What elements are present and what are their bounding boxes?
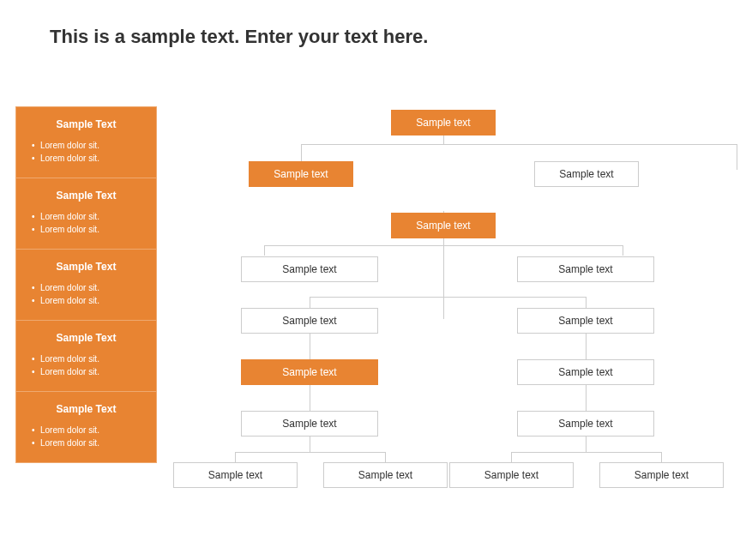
sidebar-bullet: Lorem dolor sit. <box>32 139 144 152</box>
connector <box>586 334 587 359</box>
connector <box>264 245 265 256</box>
chart-node: Sample text <box>534 161 639 187</box>
sidebar-bullet: Lorem dolor sit. <box>32 437 144 449</box>
sidebar-heading: Sample Text <box>28 332 144 344</box>
connector <box>623 245 623 256</box>
chart-node: Sample text <box>599 462 724 488</box>
connector <box>511 452 661 453</box>
chart-node: Sample text <box>241 359 378 385</box>
sidebar-bullet: Lorem dolor sit. <box>32 294 144 307</box>
sidebar-bullet: Lorem dolor sit. <box>32 365 144 378</box>
chart-node: Sample text <box>517 359 654 385</box>
connector <box>235 452 236 462</box>
connector <box>310 385 310 411</box>
sidebar-bullet: Lorem dolor sit. <box>32 223 144 236</box>
chart-node: Sample text <box>449 462 574 488</box>
sidebar-bullet: Lorem dolor sit. <box>32 352 144 365</box>
connector <box>586 297 587 308</box>
connector <box>310 334 310 359</box>
connector <box>235 452 385 453</box>
connector <box>443 135 444 144</box>
sidebar-bullet: Lorem dolor sit. <box>32 281 144 294</box>
connector <box>310 437 310 452</box>
sidebar-item-2: Sample Text Lorem dolor sit. Lorem dolor… <box>16 178 156 250</box>
chart-node: Sample text <box>241 411 378 437</box>
connector <box>511 452 512 462</box>
connector <box>385 452 386 462</box>
connector <box>310 297 310 308</box>
connector <box>586 385 587 411</box>
connector <box>586 437 587 452</box>
sidebar: Sample Text Lorem dolor sit. Lorem dolor… <box>15 106 157 463</box>
sidebar-item-5: Sample Text Lorem dolor sit. Lorem dolor… <box>16 392 156 462</box>
chart-node: Sample text <box>241 308 378 334</box>
chart-node: Sample text <box>517 308 654 334</box>
connector <box>661 452 662 462</box>
sidebar-heading: Sample Text <box>28 118 144 130</box>
sidebar-heading: Sample Text <box>28 190 144 202</box>
connector <box>301 144 737 170</box>
org-chart: Sample text Sample text Sample text Samp… <box>157 101 746 560</box>
sidebar-item-1: Sample Text Lorem dolor sit. Lorem dolor… <box>16 107 156 178</box>
page-title: This is a sample text. Enter your text h… <box>50 26 428 48</box>
chart-node: Sample text <box>249 161 353 187</box>
chart-node: Sample text <box>173 462 298 488</box>
sidebar-bullet: Lorem dolor sit. <box>32 210 144 223</box>
connector <box>264 245 623 246</box>
sidebar-item-3: Sample Text Lorem dolor sit. Lorem dolor… <box>16 250 156 321</box>
chart-node-root: Sample text <box>391 110 496 135</box>
sidebar-bullet: Lorem dolor sit. <box>32 152 144 165</box>
chart-node: Sample text <box>241 256 378 282</box>
chart-node: Sample text <box>517 411 654 437</box>
connector <box>310 297 586 298</box>
sidebar-bullet: Lorem dolor sit. <box>32 424 144 437</box>
chart-node: Sample text <box>323 462 448 488</box>
sidebar-heading: Sample Text <box>28 261 144 273</box>
chart-node: Sample text <box>391 213 496 238</box>
sidebar-item-4: Sample Text Lorem dolor sit. Lorem dolor… <box>16 321 156 392</box>
chart-node: Sample text <box>517 256 654 282</box>
sidebar-heading: Sample Text <box>28 403 144 415</box>
